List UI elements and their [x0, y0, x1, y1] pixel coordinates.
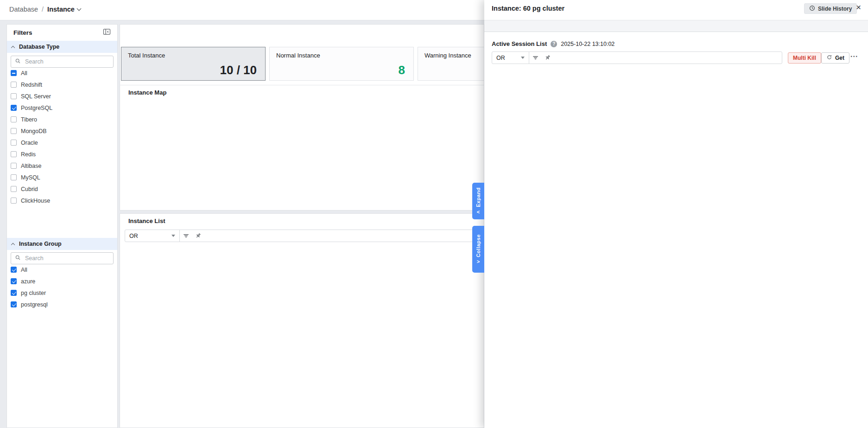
collapse-edge-button[interactable]: Collapse >	[472, 226, 484, 273]
database-type-search[interactable]	[11, 56, 114, 68]
checkbox[interactable]	[11, 186, 17, 192]
checkbox[interactable]	[11, 82, 17, 88]
filter-option-label: All	[21, 267, 27, 273]
section-header-instance-group[interactable]: Instance Group	[7, 238, 117, 250]
section-label: Instance Group	[19, 241, 62, 247]
filter-option-label: postgresql	[21, 301, 48, 308]
breadcrumb-section[interactable]: Database	[9, 6, 38, 13]
checkbox[interactable]	[11, 151, 17, 157]
filter-option-label: SQL Server	[21, 93, 51, 100]
filter-option-sql-server[interactable]: SQL Server	[7, 90, 117, 102]
stat-card-total-instance[interactable]: Total Instance10 / 10	[121, 47, 266, 81]
checkbox[interactable]	[11, 267, 17, 273]
filter-option-label: Oracle	[21, 140, 38, 146]
filter-operator-select[interactable]: OR	[125, 230, 180, 242]
filters-title: Filters	[13, 29, 32, 36]
checkbox[interactable]	[11, 116, 17, 122]
filter-operator-value: OR	[496, 55, 505, 61]
stat-card-value: 8	[399, 63, 405, 77]
breadcrumb-page[interactable]: Instance	[47, 6, 81, 13]
pin-icon[interactable]	[541, 54, 553, 61]
section-label: Database Type	[19, 44, 59, 50]
instance-list-filter-bar: OR	[125, 230, 480, 242]
checkbox[interactable]	[11, 174, 17, 180]
chevron-up-icon	[11, 45, 15, 49]
checkbox[interactable]	[11, 140, 17, 146]
session-timestamp: 2025-10-22 13:10:02	[561, 41, 615, 47]
checkbox[interactable]	[11, 70, 17, 76]
filter-option-redis[interactable]: Redis	[7, 148, 117, 160]
filter-option-cubrid[interactable]: Cubrid	[7, 183, 117, 195]
filter-option-postgresql[interactable]: PostgreSQL	[7, 102, 117, 114]
filter-option-label: Tibero	[21, 116, 37, 123]
checkbox[interactable]	[11, 290, 17, 296]
expand-edge-button[interactable]: Expand <	[472, 183, 484, 219]
checkbox[interactable]	[11, 163, 17, 169]
filter-option-azure[interactable]: azure	[7, 275, 117, 287]
breadcrumb-page-label: Instance	[47, 6, 75, 13]
filter-option-label: Cubrid	[21, 186, 38, 192]
filter-icon[interactable]	[529, 54, 541, 61]
filter-option-mysql[interactable]: MySQL	[7, 172, 117, 183]
instance-group-list: Allazurepg clusterpostgresql	[7, 264, 117, 310]
close-icon[interactable]: ×	[856, 3, 861, 12]
filter-option-label: Altibase	[21, 163, 41, 169]
session-table-wrap	[492, 70, 868, 428]
search-icon	[15, 58, 21, 65]
checkbox[interactable]	[11, 278, 17, 284]
caret-down-icon	[521, 57, 525, 59]
filter-option-altibase[interactable]: Altibase	[7, 160, 117, 172]
filter-option-label: Redshift	[21, 82, 42, 88]
session-table-header	[492, 70, 868, 84]
chevron-left-icon: <	[477, 209, 480, 215]
filter-option-postgresql[interactable]: postgresql	[7, 299, 117, 310]
panel-title: Instance: 60 pg cluster	[492, 5, 564, 12]
help-icon[interactable]: ?	[551, 41, 557, 47]
database-type-list: AllRedshiftSQL ServerPostgreSQLTiberoMon…	[7, 67, 117, 206]
instance-map-title: Instance Map	[128, 89, 166, 96]
stat-card-normal-instance[interactable]: Normal Instance8	[269, 47, 414, 81]
filter-operator-value: OR	[129, 233, 138, 239]
clock-icon	[809, 5, 815, 13]
section-header-database-type[interactable]: Database Type	[7, 41, 117, 53]
instance-group-search[interactable]	[11, 252, 114, 264]
stat-card-warning-instance[interactable]: Warning Instance	[418, 47, 484, 81]
filter-icon[interactable]	[180, 232, 192, 239]
get-button[interactable]: Get	[821, 52, 849, 64]
filter-option-redshift[interactable]: Redshift	[7, 79, 117, 90]
filter-option-pg-cluster[interactable]: pg cluster	[7, 287, 117, 299]
chevron-up-icon	[11, 243, 15, 246]
pin-icon[interactable]	[192, 232, 204, 239]
active-session-list-title: Active Session List	[492, 40, 547, 47]
collapse-panel-icon[interactable]	[103, 28, 111, 37]
checkbox[interactable]	[11, 198, 17, 204]
instance-table-wrap	[125, 245, 484, 428]
search-input[interactable]	[24, 58, 109, 65]
stat-card-value: 10 / 10	[220, 63, 257, 77]
app-window: Database / Instance Filters Database Typ…	[0, 0, 868, 428]
filter-option-clickhouse[interactable]: ClickHouse	[7, 195, 117, 206]
filter-option-mongodb[interactable]: MongoDB	[7, 125, 117, 137]
checkbox[interactable]	[11, 105, 17, 111]
slide-history-label: Slide History	[818, 6, 852, 12]
active-session-header: Active Session List ? 2025-10-22 13:10:0…	[492, 40, 615, 47]
filter-operator-select[interactable]: OR	[492, 52, 529, 64]
active-session-table	[492, 70, 868, 84]
filter-option-all[interactable]: All	[7, 67, 117, 79]
filter-option-label: pg cluster	[21, 290, 46, 296]
more-options-button[interactable]: ...	[850, 51, 858, 59]
search-input[interactable]	[24, 255, 109, 262]
checkbox[interactable]	[11, 128, 17, 134]
chevron-down-icon	[77, 6, 82, 11]
session-filter-bar: OR	[492, 51, 782, 64]
multi-kill-button[interactable]: Multi Kill	[788, 52, 821, 64]
checkbox[interactable]	[11, 301, 17, 307]
checkbox[interactable]	[11, 93, 17, 99]
slide-history-button[interactable]: Slide History	[804, 3, 857, 14]
filter-option-tibero[interactable]: Tibero	[7, 114, 117, 125]
stat-card-label: Warning Instance	[424, 52, 471, 59]
divider	[120, 85, 484, 85]
filter-option-label: azure	[21, 278, 35, 285]
filter-option-oracle[interactable]: Oracle	[7, 137, 117, 148]
filter-option-all[interactable]: All	[7, 264, 117, 275]
